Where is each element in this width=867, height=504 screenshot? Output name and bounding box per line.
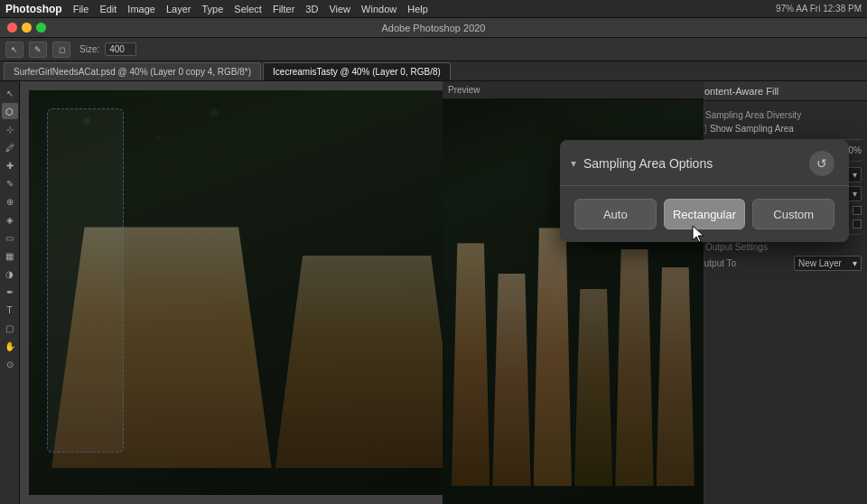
tool-crop[interactable]: ⊹ <box>2 121 18 137</box>
output-to-row: Output To New Layer ▾ <box>697 254 862 273</box>
tool-gradient[interactable]: ▦ <box>2 247 18 264</box>
sampling-custom-button[interactable]: Custom <box>752 199 834 229</box>
tab-1[interactable]: SurferGirlNeedsACat.psd @ 40% (Layer 0 c… <box>4 62 261 80</box>
titlebar: Adobe Photoshop 2020 <box>0 18 867 38</box>
tool-shape[interactable]: ▢ <box>2 320 18 336</box>
left-toolbar: ↖ ⬡ ⊹ 🖉 ✚ ✎ ⊕ ◈ ▭ ▦ ◑ ✒ T ▢ ✋ ⊙ <box>0 81 20 504</box>
menu-filter[interactable]: Filter <box>273 4 294 14</box>
minimize-button[interactable] <box>22 23 32 33</box>
output-settings-label: Output Settings <box>705 242 768 252</box>
tool-lasso[interactable]: ⬡ <box>2 103 18 119</box>
tool-zoom[interactable]: ⊙ <box>2 356 18 372</box>
menu-view[interactable]: View <box>329 4 350 14</box>
sampling-popup-title-group: ▾ Sampling Area Options <box>571 156 713 171</box>
tool-pen[interactable]: ✒ <box>2 284 18 300</box>
preview-header: Preview <box>443 81 704 99</box>
tab-2[interactable]: IcecreamisTasty @ 40% (Layer 0, RGB/8) <box>263 62 451 80</box>
show-sampling-area-row: Show Sampling Area <box>697 122 862 135</box>
menu-help[interactable]: Help <box>407 4 428 14</box>
menu-select[interactable]: Select <box>234 4 262 14</box>
sampling-area-diversity-header: ▸ Sampling Area Diversity <box>697 107 862 122</box>
preview-title: Preview <box>448 85 480 95</box>
menubar: Photoshop File Edit Image Layer Type Sel… <box>0 0 867 18</box>
tool-dodge[interactable]: ◑ <box>2 266 18 282</box>
output-to-value: New Layer <box>798 258 842 268</box>
toolbar: ↖ ✎ ◻ Size: 400 <box>0 38 867 61</box>
tool-spot-heal[interactable]: ✚ <box>2 157 18 173</box>
menu-image[interactable]: Image <box>127 4 155 14</box>
sampling-chevron-icon: ▾ <box>571 157 576 170</box>
tool-hand[interactable]: ✋ <box>2 338 18 354</box>
mirror-checkbox[interactable] <box>853 219 862 229</box>
sampling-area-diversity-label: Sampling Area Diversity <box>705 110 801 120</box>
sampling-auto-button[interactable]: Auto <box>574 199 657 229</box>
size-label: Size: <box>79 44 99 54</box>
sampling-reset-icon: ↺ <box>816 156 827 171</box>
output-to-select[interactable]: New Layer ▾ <box>794 256 862 271</box>
menu-window[interactable]: Window <box>361 4 396 14</box>
sampling-rectangular-button[interactable]: Rectangular <box>664 199 746 229</box>
tool-arrow[interactable]: ↖ <box>5 42 23 58</box>
tool-erase[interactable]: ▭ <box>2 229 18 246</box>
tool-text[interactable]: T <box>2 302 18 318</box>
sampling-buttons-group: Auto Rectangular Custom <box>560 186 849 242</box>
sampling-popup-header: ▾ Sampling Area Options ↺ <box>560 140 849 186</box>
tool-eyedropper[interactable]: 🖉 <box>2 139 18 155</box>
panel-header: Content-Aware Fill <box>692 81 867 101</box>
show-sampling-area-label: Show Sampling Area <box>710 124 794 134</box>
tool-move[interactable]: ↖ <box>2 85 18 101</box>
sampling-area-options-popup: ▾ Sampling Area Options ↺ Auto Rectangul… <box>560 140 849 242</box>
tool-eraser[interactable]: ◻ <box>52 42 70 58</box>
maximize-button[interactable] <box>36 23 46 33</box>
app-name: Photoshop <box>5 3 62 15</box>
tool-clone[interactable]: ⊕ <box>2 193 18 210</box>
tool-history[interactable]: ◈ <box>2 211 18 228</box>
scale-checkbox[interactable] <box>853 206 862 215</box>
window-title: Adobe Photoshop 2020 <box>382 23 486 33</box>
tool-brush-main[interactable]: ✎ <box>2 175 18 191</box>
menu-type[interactable]: Type <box>201 4 223 14</box>
sampling-reset-button[interactable]: ↺ <box>809 151 834 176</box>
tool-brush[interactable]: ✎ <box>29 42 47 58</box>
menu-layer[interactable]: Layer <box>166 4 191 14</box>
panel-title: Content-Aware Fill <box>697 86 778 97</box>
sampling-popup-title: Sampling Area Options <box>583 156 713 171</box>
menubar-right-info: 97% AA Fri 12:38 PM <box>776 4 862 14</box>
menu-edit[interactable]: Edit <box>99 4 117 14</box>
tabbar: SurferGirlNeedsACat.psd @ 40% (Layer 0 c… <box>0 61 867 81</box>
menu-3d[interactable]: 3D <box>305 4 318 14</box>
menu-file[interactable]: File <box>73 4 89 14</box>
close-button[interactable] <box>7 23 17 33</box>
size-value[interactable]: 400 <box>105 42 136 56</box>
window-controls <box>7 23 46 33</box>
